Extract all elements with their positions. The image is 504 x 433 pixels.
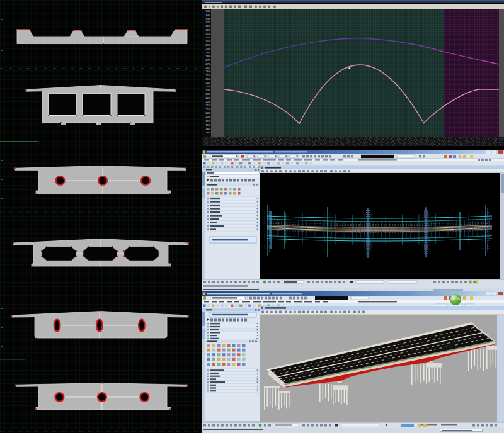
svg-text:18.5: 18.5: [206, 128, 210, 130]
svg-text:22.0: 22.0: [206, 101, 210, 103]
svg-text:18.0: 18.0: [206, 132, 210, 134]
svg-text:28.0: 28.0: [206, 55, 210, 58]
svg-text:34.0: 34.0: [206, 10, 210, 13]
svg-text:22.5: 22.5: [206, 97, 210, 99]
svg-text:27.0: 27.0: [206, 63, 210, 65]
svg-text:26.5: 26.5: [206, 67, 210, 69]
svg-text:32.5: 32.5: [206, 21, 210, 24]
svg-text:32.0: 32.0: [206, 25, 210, 28]
svg-text:25.5: 25.5: [206, 74, 210, 77]
svg-text:28.5: 28.5: [206, 52, 210, 54]
svg-text:23.0: 23.0: [206, 93, 210, 96]
svg-text:33.0: 33.0: [206, 18, 210, 20]
svg-text:19.0: 19.0: [206, 124, 210, 127]
svg-text:21.5: 21.5: [206, 104, 210, 107]
svg-text:30.0: 30.0: [206, 40, 210, 43]
svg-text:33.5: 33.5: [206, 14, 210, 16]
svg-text:24.5: 24.5: [206, 82, 210, 84]
svg-text:24.0: 24.0: [206, 86, 210, 88]
svg-text:29.5: 29.5: [206, 44, 210, 47]
svg-text:25.0: 25.0: [206, 78, 210, 81]
svg-text:26.0: 26.0: [206, 70, 210, 73]
svg-text:31.0: 31.0: [206, 33, 210, 35]
svg-text:29.0: 29.0: [206, 48, 210, 50]
svg-text:23.5: 23.5: [206, 89, 210, 92]
svg-text:30.5: 30.5: [206, 37, 210, 39]
svg-text:20.5: 20.5: [206, 112, 210, 115]
svg-text:20.0: 20.0: [206, 116, 210, 118]
svg-text:31.5: 31.5: [206, 29, 210, 31]
svg-text:21.0: 21.0: [206, 108, 210, 111]
svg-text:27.5: 27.5: [206, 59, 210, 62]
svg-text:19.5: 19.5: [206, 120, 210, 123]
